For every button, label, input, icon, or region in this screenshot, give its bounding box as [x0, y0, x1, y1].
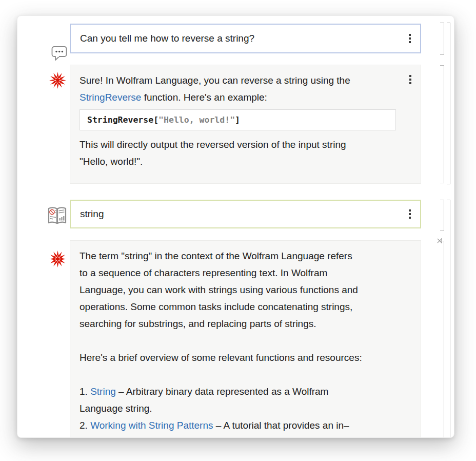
- chat-input-cell[interactable]: Can you tell me how to reverse a string?: [70, 24, 421, 53]
- response-line: The term "string" in the context of the …: [80, 247, 411, 264]
- cell-group-bracket-second-exchange[interactable]: [447, 200, 450, 438]
- list-item-continued: Language string.: [80, 400, 411, 417]
- code-open-bracket: [: [153, 115, 158, 125]
- string-doc-link[interactable]: String: [90, 386, 116, 397]
- response-line: This will directly output the reversed v…: [80, 136, 411, 153]
- code-function-name: StringReverse: [87, 115, 153, 125]
- docs-book-icon: [47, 204, 68, 229]
- response-line: Language, you can work with strings usin…: [80, 281, 411, 298]
- chat-input-text[interactable]: Can you tell me how to reverse a string?: [80, 33, 254, 44]
- assistant-response-cell: Sure! In Wolfram Language, you can rever…: [70, 65, 421, 184]
- cell-bracket-assistant-response[interactable]: [440, 241, 444, 438]
- string-patterns-tutorial-link[interactable]: Working with String Patterns: [90, 420, 213, 431]
- cell-options-menu-icon[interactable]: [408, 33, 412, 44]
- assistant-response-cell: The term "string" in the context of the …: [70, 240, 421, 438]
- code-block[interactable]: StringReverse["Hello, world!"]: [80, 109, 396, 130]
- response-line: StringReverse function. Here's an exampl…: [80, 89, 411, 106]
- cell-bracket-chat-input[interactable]: [440, 23, 444, 55]
- cell-bracket-lookup-input[interactable]: [440, 200, 444, 231]
- response-line: Sure! In Wolfram Language, you can rever…: [80, 72, 411, 89]
- cell-options-menu-icon[interactable]: [408, 208, 412, 220]
- stringreverse-doc-link[interactable]: StringReverse: [80, 92, 141, 103]
- cell-bracket-marker-icon: [437, 237, 443, 246]
- cell-options-menu-icon[interactable]: [408, 74, 412, 85]
- chat-bubble-icon: [51, 45, 68, 64]
- response-line: to a sequence of characters representing…: [80, 264, 411, 281]
- screenshot-stage: Can you tell me how to reverse a string?…: [0, 0, 476, 461]
- notebook-window: Can you tell me how to reverse a string?…: [17, 15, 454, 438]
- cell-bracket-assistant-response[interactable]: [440, 65, 444, 183]
- response-line: Here's a brief overview of some relevant…: [80, 349, 411, 366]
- code-string-literal: "Hello, world!": [158, 115, 235, 125]
- lookup-input-text[interactable]: string: [80, 208, 104, 220]
- list-item: 1. String – Arbitrary binary data repres…: [80, 383, 411, 400]
- paragraph-gap: [80, 366, 411, 383]
- code-close-bracket: ]: [235, 115, 240, 125]
- response-line: operations. Some common tasks include co…: [80, 298, 411, 315]
- cell-group-bracket-first-exchange[interactable]: [447, 23, 450, 184]
- response-line: searching for substrings, and replacing …: [80, 315, 411, 332]
- paragraph-gap: [80, 332, 411, 349]
- list-item: 2. Working with String Patterns – A tuto…: [80, 417, 411, 434]
- wolfram-spikey-icon: [49, 72, 66, 91]
- wolfram-spikey-icon: [49, 251, 66, 270]
- lookup-input-cell[interactable]: string: [70, 200, 421, 228]
- response-line: "Hello, world!".: [80, 153, 411, 170]
